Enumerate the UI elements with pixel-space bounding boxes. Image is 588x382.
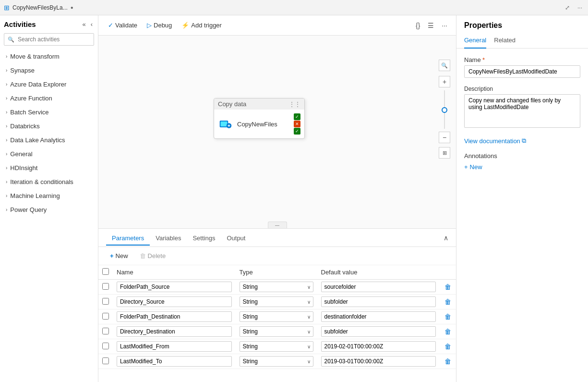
table-row: StringIntFloatBoolArrayObjectSecureStrin… bbox=[98, 339, 456, 354]
zoom-slider-track bbox=[444, 90, 445, 129]
row-delete-cell: 🗑 bbox=[440, 354, 456, 369]
sidebar-item-azure-data-explorer[interactable]: ›Azure Data Explorer bbox=[0, 77, 98, 91]
row-checkbox-2[interactable] bbox=[102, 313, 109, 320]
canvas-area[interactable]: Copy data ⋮⋮ CopyNewFiles bbox=[98, 36, 456, 228]
sidebar-item-label: Move & transform bbox=[10, 53, 60, 60]
fit-button[interactable]: ⊞ bbox=[439, 147, 450, 159]
tab-output[interactable]: Output bbox=[221, 231, 251, 246]
canvas-collapse-button[interactable]: — bbox=[268, 222, 287, 228]
row-default-input-1[interactable] bbox=[321, 296, 436, 307]
row-type-select-3[interactable]: StringIntFloatBoolArrayObjectSecureStrin… bbox=[240, 326, 313, 337]
zoom-out-button[interactable]: − bbox=[439, 132, 450, 143]
row-delete-button-3[interactable]: 🗑 bbox=[444, 327, 452, 336]
search-input[interactable] bbox=[4, 33, 94, 46]
row-name-input-2[interactable] bbox=[117, 311, 232, 322]
row-type-select-0[interactable]: StringIntFloatBoolArrayObjectSecureStrin… bbox=[240, 282, 313, 292]
sidebar-item-batch-service[interactable]: ›Batch Service bbox=[0, 105, 98, 119]
sidebar-item-synapse[interactable]: ›Synapse bbox=[0, 63, 98, 77]
debug-button[interactable]: ▷ Debug bbox=[143, 20, 176, 31]
row-name-input-5[interactable] bbox=[117, 356, 232, 367]
more-options-button[interactable]: ··· bbox=[576, 3, 584, 12]
tab-variables[interactable]: Variables bbox=[150, 231, 187, 246]
zoom-slider-thumb[interactable] bbox=[442, 107, 447, 113]
tab-general[interactable]: General bbox=[464, 34, 486, 49]
row-name-input-3[interactable] bbox=[117, 326, 232, 337]
trash-icon: 🗑 bbox=[140, 252, 146, 259]
row-type-cell: StringIntFloatBoolArrayObjectSecureStrin… bbox=[236, 280, 317, 295]
row-name-input-1[interactable] bbox=[117, 296, 232, 307]
sidebar-item-general[interactable]: ›General bbox=[0, 147, 98, 161]
tab-related[interactable]: Related bbox=[494, 34, 516, 49]
row-checkbox-0[interactable] bbox=[102, 283, 109, 290]
row-checkbox-1[interactable] bbox=[102, 298, 109, 305]
row-type-cell: StringIntFloatBoolArrayObjectSecureStrin… bbox=[236, 295, 317, 309]
row-checkbox-4[interactable] bbox=[102, 343, 109, 349]
row-type-select-2[interactable]: StringIntFloatBoolArrayObjectSecureStrin… bbox=[240, 311, 313, 322]
sidebar-collapse-left-btn[interactable]: « bbox=[81, 20, 87, 28]
name-label: Name * bbox=[464, 56, 580, 63]
row-delete-button-1[interactable]: 🗑 bbox=[444, 297, 452, 307]
chevron-icon: › bbox=[6, 137, 7, 143]
expand-button[interactable]: ⤢ bbox=[563, 3, 572, 12]
node-x-button[interactable]: ✕ bbox=[294, 121, 300, 127]
row-delete-button-4[interactable]: 🗑 bbox=[444, 342, 452, 351]
table-row: StringIntFloatBoolArrayObjectSecureStrin… bbox=[98, 324, 456, 339]
row-checkbox-5[interactable] bbox=[102, 357, 109, 364]
sidebar-item-machine-learning[interactable]: ›Machine Learning bbox=[0, 189, 98, 203]
monitor-button[interactable]: ☰ bbox=[425, 20, 437, 31]
properties-panel: Properties General Related Name * Descri… bbox=[456, 15, 588, 382]
row-checkbox-cell bbox=[98, 339, 113, 354]
row-default-input-4[interactable] bbox=[321, 341, 436, 352]
sidebar-item-data-lake-analytics[interactable]: ›Data Lake Analytics bbox=[0, 133, 98, 147]
name-input[interactable] bbox=[464, 65, 580, 78]
add-trigger-button[interactable]: ⚡ Add trigger bbox=[178, 20, 226, 31]
row-checkbox-3[interactable] bbox=[102, 328, 109, 334]
row-name-input-0[interactable] bbox=[117, 282, 232, 292]
row-type-cell: StringIntFloatBoolArrayObjectSecureStrin… bbox=[236, 309, 317, 324]
row-delete-button-0[interactable]: 🗑 bbox=[444, 282, 452, 292]
canvas-node[interactable]: Copy data ⋮⋮ CopyNewFiles bbox=[214, 98, 305, 139]
sidebar-item-azure-function[interactable]: ›Azure Function bbox=[0, 91, 98, 105]
app-container: Activities « ‹ 🔍 ›Move & transform›Synap… bbox=[0, 15, 588, 382]
sidebar-item-power-query[interactable]: ›Power Query bbox=[0, 203, 98, 217]
row-name-input-4[interactable] bbox=[117, 341, 232, 352]
sidebar-header: Activities « ‹ bbox=[0, 15, 98, 31]
sidebar-item-label: Azure Data Explorer bbox=[10, 81, 66, 88]
row-checkbox-cell bbox=[98, 295, 113, 309]
params-delete-button[interactable]: 🗑 Delete bbox=[136, 251, 170, 261]
zoom-in-button[interactable]: + bbox=[439, 76, 450, 87]
node-check2-button[interactable]: ✓ bbox=[294, 128, 300, 135]
row-default-input-2[interactable] bbox=[321, 311, 436, 322]
row-type-select-1[interactable]: StringIntFloatBoolArrayObjectSecureStrin… bbox=[240, 296, 313, 307]
code-button[interactable]: {} bbox=[413, 20, 423, 31]
node-drag-handle[interactable]: ⋮⋮ bbox=[289, 101, 300, 108]
more-button[interactable]: ··· bbox=[439, 20, 450, 31]
params-new-button[interactable]: + New bbox=[106, 251, 132, 261]
node-body: CopyNewFiles ✓ ✕ ✓ bbox=[214, 110, 304, 138]
sidebar-collapse-up-btn[interactable]: ‹ bbox=[89, 20, 94, 28]
header-type: Type bbox=[236, 265, 317, 280]
row-default-input-5[interactable] bbox=[321, 356, 436, 367]
header-checkbox-cell bbox=[98, 265, 113, 280]
row-default-input-3[interactable] bbox=[321, 326, 436, 337]
select-all-checkbox[interactable] bbox=[102, 268, 109, 275]
sidebar-item-databricks[interactable]: ›Databricks bbox=[0, 119, 98, 133]
description-textarea[interactable] bbox=[464, 94, 580, 128]
row-delete-button-2[interactable]: 🗑 bbox=[444, 312, 452, 321]
tab-parameters[interactable]: Parameters bbox=[106, 231, 150, 246]
params-table-body: StringIntFloatBoolArrayObjectSecureStrin… bbox=[98, 280, 456, 369]
row-default-input-0[interactable] bbox=[321, 282, 436, 292]
sidebar-item-hdinsight[interactable]: ›HDInsight bbox=[0, 161, 98, 175]
row-delete-button-5[interactable]: 🗑 bbox=[444, 357, 452, 366]
zoom-search-button[interactable]: 🔍 bbox=[439, 60, 450, 71]
validate-button[interactable]: ✓ Validate bbox=[104, 20, 141, 31]
sidebar-item-iteration-conditionals[interactable]: ›Iteration & conditionals bbox=[0, 175, 98, 189]
row-type-select-4[interactable]: StringIntFloatBoolArrayObjectSecureStrin… bbox=[240, 341, 313, 352]
sidebar-item-move-transform[interactable]: ›Move & transform bbox=[0, 49, 98, 63]
row-type-select-5[interactable]: StringIntFloatBoolArrayObjectSecureStrin… bbox=[240, 356, 313, 367]
view-documentation-link[interactable]: View documentation ⧉ bbox=[464, 137, 580, 145]
annotations-new-button[interactable]: + New bbox=[464, 163, 482, 171]
tab-settings[interactable]: Settings bbox=[187, 231, 221, 246]
node-check-button[interactable]: ✓ bbox=[294, 113, 300, 120]
bottom-collapse-button[interactable]: ∧ bbox=[444, 234, 448, 242]
